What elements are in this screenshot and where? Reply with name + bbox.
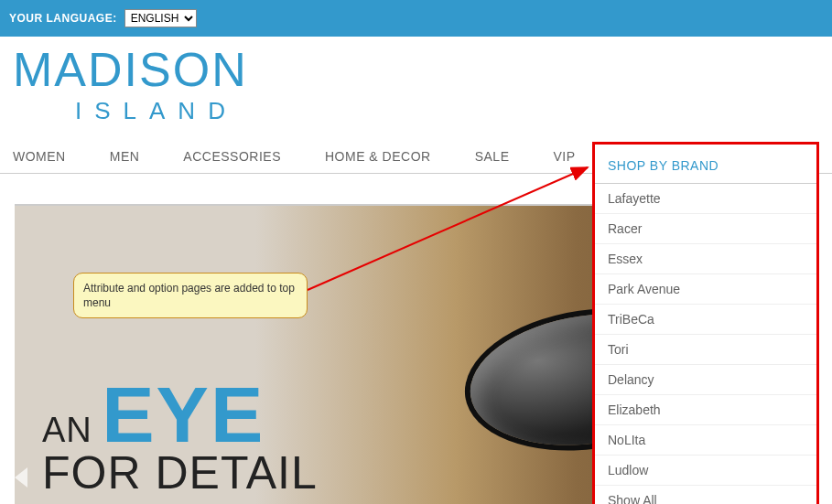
nav-sale[interactable]: SALE (475, 149, 510, 164)
site-header: MADISON ISLAND (0, 37, 832, 125)
logo-line1[interactable]: MADISON (13, 46, 819, 93)
hero-text: AN EYE FOR DETAIL (42, 380, 318, 499)
brand-item[interactable]: Lafayette (595, 184, 816, 214)
brand-item[interactable]: TriBeCa (595, 305, 816, 335)
brand-item[interactable]: Ludlow (595, 456, 816, 486)
hero-line2: FOR DETAIL (42, 446, 318, 499)
hero-word-eye: EYE (102, 380, 265, 450)
nav-home-decor[interactable]: HOME & DECOR (325, 149, 431, 164)
brand-item[interactable]: Tori (595, 335, 816, 365)
brand-list: Lafayette Racer Essex Park Avenue TriBeC… (595, 184, 816, 504)
nav-accessories[interactable]: ACCESSORIES (183, 149, 281, 164)
shop-by-brand-dropdown: SHOP BY BRAND Lafayette Racer Essex Park… (592, 142, 819, 504)
dropdown-header[interactable]: SHOP BY BRAND (595, 145, 816, 184)
callout-text: Attribute and option pages are added to … (83, 282, 295, 309)
nav-vip[interactable]: VIP (553, 149, 575, 164)
hero-word-an: AN (42, 411, 92, 450)
carousel-prev-icon[interactable] (15, 467, 27, 488)
brand-item[interactable]: Park Avenue (595, 274, 816, 305)
annotation-callout: Attribute and option pages are added to … (73, 273, 308, 318)
logo-line2[interactable]: ISLAND (75, 97, 819, 125)
brand-item[interactable]: Show All (595, 486, 816, 504)
brand-item[interactable]: Racer (595, 214, 816, 244)
language-select[interactable]: ENGLISH (124, 9, 197, 27)
nav-shop-by-brand[interactable]: SHOP BY BRAND (608, 158, 719, 173)
nav-women[interactable]: WOMEN (13, 149, 66, 164)
language-label: YOUR LANGUAGE: (9, 12, 117, 25)
nav-men[interactable]: MEN (110, 149, 140, 164)
brand-item[interactable]: NoLIta (595, 425, 816, 456)
brand-item[interactable]: Essex (595, 244, 816, 274)
brand-item[interactable]: Elizabeth (595, 395, 816, 425)
brand-item[interactable]: Delancy (595, 365, 816, 395)
top-language-bar: YOUR LANGUAGE: ENGLISH (0, 0, 832, 37)
